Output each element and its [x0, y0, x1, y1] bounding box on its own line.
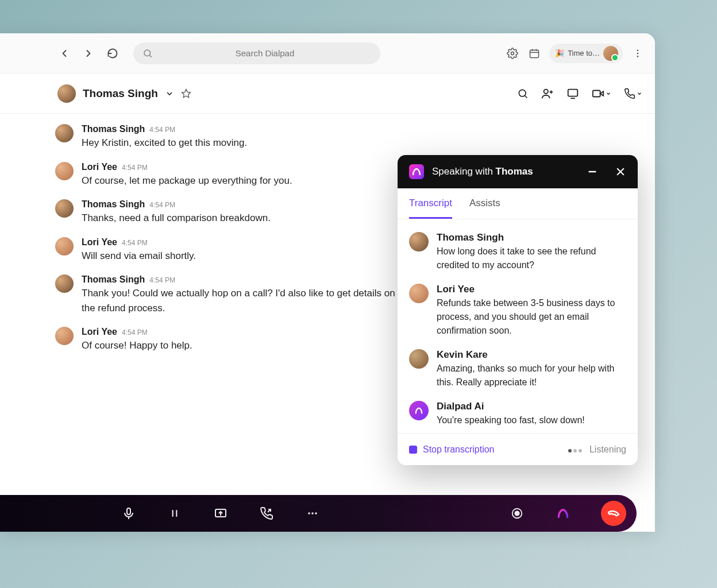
svg-line-1 — [149, 55, 151, 57]
listening-dots-icon — [568, 444, 584, 455]
message-text: Thanks, need a full comparison breakdown… — [82, 211, 271, 226]
transcript-author: Thomas Singh — [437, 232, 626, 243]
transcript-avatar — [409, 284, 429, 303]
transcript-text: Refunds take between 3-5 business days t… — [437, 296, 626, 338]
svg-point-30 — [308, 512, 310, 514]
svg-rect-3 — [530, 50, 539, 57]
phone-call-icon[interactable] — [624, 88, 642, 99]
message-time: 4:54 PM — [122, 164, 148, 172]
svg-point-2 — [511, 52, 514, 55]
message-text: Hey Kristin, excited to get this moving. — [82, 136, 247, 150]
message-author: Thomas Singh — [82, 274, 145, 285]
message-avatar — [55, 124, 74, 142]
message-time: 4:54 PM — [122, 239, 148, 247]
tab-assists[interactable]: Assists — [469, 188, 500, 219]
ai-brand-icon[interactable] — [555, 505, 571, 521]
svg-point-0 — [144, 50, 151, 56]
transcript-avatar — [409, 349, 429, 369]
transcript-avatar — [409, 232, 429, 252]
message-time: 4:54 PM — [122, 328, 148, 336]
ai-tabs: Transcript Assists — [398, 188, 638, 219]
message-author: Thomas Singh — [82, 199, 145, 210]
svg-rect-23 — [127, 508, 130, 514]
message-row: Thomas Singh 4:54 PM Hey Kristin, excite… — [55, 124, 632, 150]
message-text: Thank you! Could we actually hop on a ca… — [82, 286, 403, 315]
svg-point-32 — [315, 512, 317, 514]
search-input[interactable] — [159, 48, 371, 58]
transcript-avatar — [409, 401, 429, 420]
search-box[interactable] — [133, 42, 380, 64]
more-menu-button[interactable] — [631, 47, 645, 60]
contact-avatar — [57, 84, 76, 103]
ai-panel-footer: Stop transcription Listening — [398, 433, 638, 465]
back-button[interactable] — [57, 47, 71, 60]
user-avatar — [603, 46, 618, 61]
transcript-row: Kevin Kare Amazing, thanks so much for y… — [409, 349, 626, 389]
message-avatar — [55, 237, 74, 256]
ai-panel: Speaking with Thomas Transcript Assists … — [398, 155, 638, 465]
svg-rect-16 — [568, 89, 578, 96]
message-avatar — [55, 199, 74, 218]
nav-icons — [57, 47, 119, 60]
transcript-author: Kevin Kare — [437, 349, 626, 361]
transcript-text: How long does it take to see the refund … — [437, 245, 626, 272]
toolbar: 🎉 Time to… — [0, 33, 655, 74]
transcript-row: Thomas Singh How long does it take to se… — [409, 232, 626, 272]
transcript-text: Amazing, thanks so much for your help wi… — [437, 362, 626, 389]
svg-point-8 — [637, 52, 639, 54]
svg-point-34 — [515, 511, 519, 515]
status-text: Time to… — [568, 49, 600, 57]
hangup-button[interactable] — [601, 501, 626, 526]
screen-share-icon[interactable] — [566, 87, 579, 100]
conversation-actions — [517, 87, 642, 100]
hold-button[interactable] — [167, 505, 183, 521]
refresh-button[interactable] — [106, 47, 119, 60]
status-pill[interactable]: 🎉 Time to… — [549, 44, 623, 63]
call-bar — [0, 495, 637, 532]
more-options-button[interactable] — [304, 505, 321, 521]
message-time: 4:54 PM — [149, 201, 175, 209]
transcript-row: Dialpad Ai You're speaking too fast, slo… — [409, 401, 626, 427]
transcript-author: Lori Yee — [437, 284, 626, 295]
minimize-icon[interactable] — [586, 165, 599, 178]
message-text: Of course, let me package up everything … — [82, 173, 292, 188]
mute-button[interactable] — [121, 505, 137, 521]
search-icon — [142, 48, 153, 59]
message-author: Lori Yee — [82, 237, 117, 247]
share-screen-button[interactable] — [213, 505, 229, 521]
ai-panel-header: Speaking with Thomas — [398, 155, 638, 188]
message-time: 4:54 PM — [149, 126, 175, 134]
svg-marker-10 — [182, 89, 190, 97]
message-avatar — [55, 162, 74, 180]
video-call-icon[interactable] — [592, 87, 611, 100]
ai-transcript-list: Thomas Singh How long does it take to se… — [398, 219, 638, 433]
star-icon[interactable] — [181, 88, 191, 99]
search-in-conv-icon[interactable] — [517, 88, 529, 99]
tab-transcript[interactable]: Transcript — [409, 188, 452, 219]
stop-icon — [409, 446, 417, 454]
transcript-text: You're speaking too fast, slow down! — [437, 413, 585, 427]
transcript-author: Dialpad Ai — [437, 401, 585, 412]
stop-transcription-button[interactable]: Stop transcription — [409, 444, 495, 455]
close-icon[interactable] — [615, 166, 626, 177]
add-person-icon[interactable] — [541, 87, 554, 100]
svg-line-12 — [525, 95, 527, 98]
svg-point-13 — [544, 89, 548, 93]
transcript-row: Lori Yee Refunds take between 3-5 busine… — [409, 284, 626, 338]
svg-rect-18 — [593, 90, 600, 96]
svg-point-9 — [637, 55, 639, 57]
message-avatar — [55, 274, 74, 293]
ai-logo-icon — [409, 164, 424, 179]
transfer-call-button[interactable] — [259, 505, 275, 521]
conversation-title: Thomas Singh — [83, 87, 158, 100]
message-author: Thomas Singh — [82, 124, 145, 134]
record-button[interactable] — [509, 505, 525, 521]
calendar-button[interactable] — [527, 47, 541, 60]
listening-indicator: Listening — [568, 444, 626, 455]
forward-button[interactable] — [82, 47, 95, 60]
message-author: Lori Yee — [82, 162, 117, 172]
chevron-down-icon[interactable] — [165, 89, 174, 98]
settings-button[interactable] — [506, 47, 519, 60]
message-text: Will send via email shortly. — [82, 249, 196, 264]
message-time: 4:54 PM — [149, 276, 175, 284]
